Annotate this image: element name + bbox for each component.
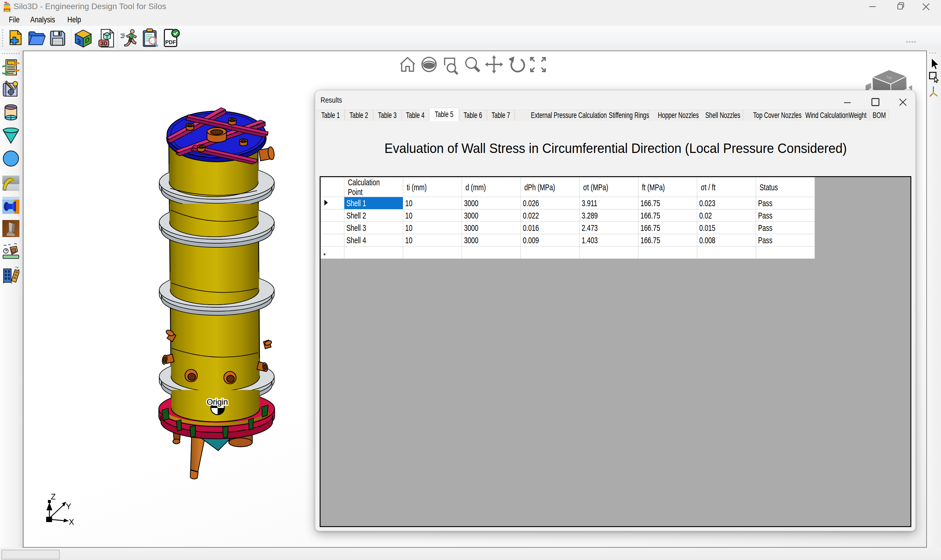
- svg-text:Top: Top: [886, 75, 892, 80]
- svg-text:3D: 3D: [100, 40, 107, 46]
- svg-text:PDF: PDF: [165, 39, 176, 45]
- svg-text:Y: Y: [66, 502, 71, 511]
- svg-text:Z: Z: [51, 492, 56, 501]
- svg-text:Origin: Origin: [207, 398, 228, 406]
- svg-text:X: X: [69, 518, 74, 526]
